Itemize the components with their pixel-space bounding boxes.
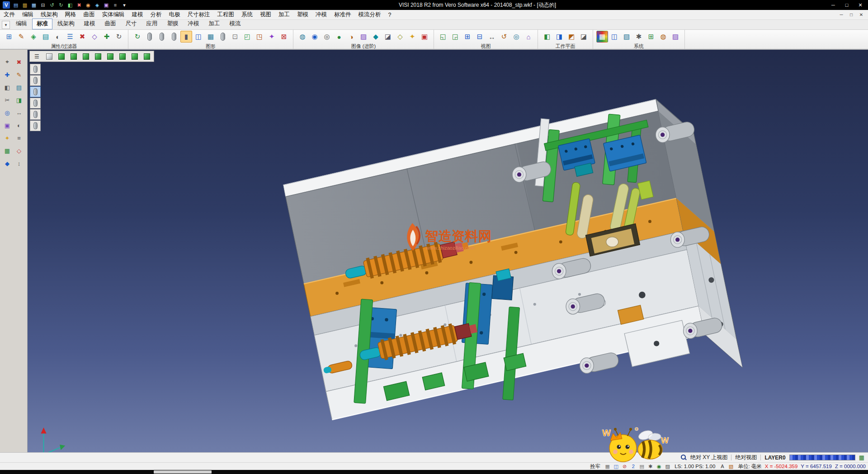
- shaded-mode[interactable]: ▮: [180, 31, 192, 43]
- material-mode[interactable]: ◆: [370, 31, 382, 43]
- zoom-fit[interactable]: ◎: [510, 31, 522, 43]
- color-attributes[interactable]: ◈: [28, 31, 39, 43]
- zoom-out[interactable]: ⊟: [474, 31, 486, 43]
- move-tool[interactable]: ↔: [14, 108, 24, 118]
- undo[interactable]: ↺: [48, 1, 56, 9]
- view-mode-label[interactable]: 绝对 XY 上视图: [690, 454, 727, 461]
- menu-item[interactable]: 建模: [128, 10, 147, 19]
- diamond-tool[interactable]: ◇: [14, 146, 24, 156]
- open-file[interactable]: ▥: [21, 1, 29, 9]
- regenerate-view[interactable]: ↻: [132, 31, 143, 43]
- cylinder-view-4[interactable]: [217, 31, 229, 43]
- close-button[interactable]: ✕: [854, 0, 867, 9]
- render-gouraud[interactable]: ◉: [309, 31, 321, 43]
- layers[interactable]: ▣: [102, 1, 110, 9]
- menu-item[interactable]: 实体编辑: [99, 10, 128, 19]
- view-right-cube[interactable]: [104, 52, 116, 61]
- view-left-cube[interactable]: [116, 52, 128, 61]
- menu-item[interactable]: 尺寸标注: [184, 10, 214, 19]
- menu-item[interactable]: 分析: [147, 10, 165, 19]
- active-layer-label[interactable]: LAYER0: [764, 455, 785, 461]
- view-iso-ne[interactable]: [55, 52, 67, 61]
- absolute-view-label[interactable]: 绝对视图: [735, 454, 757, 461]
- trim-tool[interactable]: ✂: [2, 95, 12, 105]
- workplane-xy[interactable]: ◧: [541, 31, 553, 43]
- hidden-line-mode[interactable]: ▦: [205, 31, 217, 43]
- cylinder-view-1[interactable]: [144, 31, 156, 43]
- texture-mode[interactable]: ▨: [358, 31, 369, 43]
- tab-dropdown-caret[interactable]: ▾: [2, 21, 10, 29]
- stretch-tool[interactable]: ↕: [14, 158, 24, 168]
- list[interactable]: ≡: [111, 1, 119, 9]
- selection-filter[interactable]: ⊞: [3, 31, 15, 43]
- quad-view[interactable]: ◰: [241, 31, 253, 43]
- magnet[interactable]: ◈: [93, 1, 101, 9]
- view-top[interactable]: ◱: [437, 31, 449, 43]
- view-front-cube[interactable]: [92, 52, 104, 61]
- viewcube-menu[interactable]: ☰: [31, 52, 43, 61]
- delete-filter[interactable]: ✖: [76, 31, 88, 43]
- clip-plane-2[interactable]: [30, 75, 41, 86]
- menu-item[interactable]: 塑模: [293, 10, 312, 19]
- view-back-cube[interactable]: [128, 52, 141, 61]
- reset-filter[interactable]: ↻: [113, 31, 125, 43]
- search-icon[interactable]: [681, 455, 687, 460]
- menu-item[interactable]: 电极: [165, 10, 184, 19]
- cylinder-view-3[interactable]: [168, 31, 180, 43]
- mdi-close-button[interactable]: ✕: [856, 11, 866, 19]
- zoom-in[interactable]: ⊞: [462, 31, 473, 43]
- ortho-toggle[interactable]: ◫: [612, 463, 620, 470]
- list-tool[interactable]: ▤: [14, 82, 24, 92]
- menu-item[interactable]: 曲面: [80, 10, 99, 19]
- view-iso-nw[interactable]: [67, 52, 80, 61]
- wireframe-mode[interactable]: ◫: [193, 31, 204, 43]
- hatch-settings[interactable]: ▨: [670, 31, 681, 43]
- tab-item[interactable]: 线架构: [53, 19, 79, 29]
- delete-tool[interactable]: ✖: [14, 57, 24, 67]
- mesh-tool[interactable]: ▦: [2, 146, 12, 156]
- region-tool[interactable]: ▣: [2, 120, 12, 130]
- layer-manager[interactable]: ▤: [40, 31, 52, 43]
- circle-tool[interactable]: ◎: [2, 108, 12, 118]
- menu-item[interactable]: 工程图: [214, 10, 238, 19]
- select-tool[interactable]: ⌖: [2, 57, 12, 67]
- tab-item[interactable]: 塑膜: [163, 19, 183, 29]
- notes-toggle[interactable]: ▤: [638, 463, 646, 470]
- orbit-view[interactable]: ↺: [498, 31, 510, 43]
- system-monitor[interactable]: ◫: [609, 31, 620, 43]
- view-bottom-cube[interactable]: [141, 52, 153, 61]
- menu-item[interactable]: 模流分析: [355, 10, 385, 19]
- menu-item[interactable]: 文件: [0, 10, 19, 19]
- erase-graphics[interactable]: ⊠: [278, 31, 290, 43]
- grid-settings[interactable]: ⊞: [645, 31, 657, 43]
- quick-settings[interactable]: ✱: [646, 463, 654, 470]
- osnap-level[interactable]: 2: [629, 463, 637, 470]
- solid-tool[interactable]: ◆: [2, 158, 12, 168]
- highlight-elements[interactable]: ✦: [266, 31, 278, 43]
- viewport[interactable]: 智造资料网 www.zhizaoziliao.com ☰: [28, 50, 868, 452]
- transparency-mode[interactable]: ◇: [394, 31, 406, 43]
- minimize-button[interactable]: ─: [826, 0, 840, 9]
- render-outline[interactable]: ◎: [321, 31, 333, 43]
- tab-item[interactable]: 加工: [204, 19, 225, 29]
- grid-status-icon[interactable]: ▦: [859, 454, 864, 461]
- pan-view[interactable]: ↔: [486, 31, 498, 43]
- workplane-custom[interactable]: ◪: [578, 31, 590, 43]
- camera[interactable]: ◉: [84, 1, 92, 9]
- properties-editor[interactable]: ✎: [15, 31, 27, 43]
- isolate-filter[interactable]: ◇: [89, 31, 100, 43]
- menu-item[interactable]: ?: [385, 10, 395, 19]
- clip-plane-4[interactable]: [30, 98, 41, 109]
- workplane-yz[interactable]: ◩: [566, 31, 577, 43]
- tab-item[interactable]: 建模: [80, 19, 100, 29]
- tab-item[interactable]: 冲模: [184, 19, 204, 29]
- tab-item[interactable]: 标准: [32, 19, 52, 29]
- add-point-tool[interactable]: ✚: [2, 70, 12, 80]
- grid-toggle[interactable]: ▦: [604, 463, 611, 470]
- database-browser[interactable]: ▧: [621, 31, 632, 43]
- layers-tool[interactable]: ≡: [14, 133, 24, 143]
- taskbar-item[interactable]: [154, 470, 212, 474]
- tab-item[interactable]: 模流: [225, 19, 245, 29]
- clip-plane-5[interactable]: [30, 109, 41, 120]
- tab-item[interactable]: 编辑: [11, 19, 32, 29]
